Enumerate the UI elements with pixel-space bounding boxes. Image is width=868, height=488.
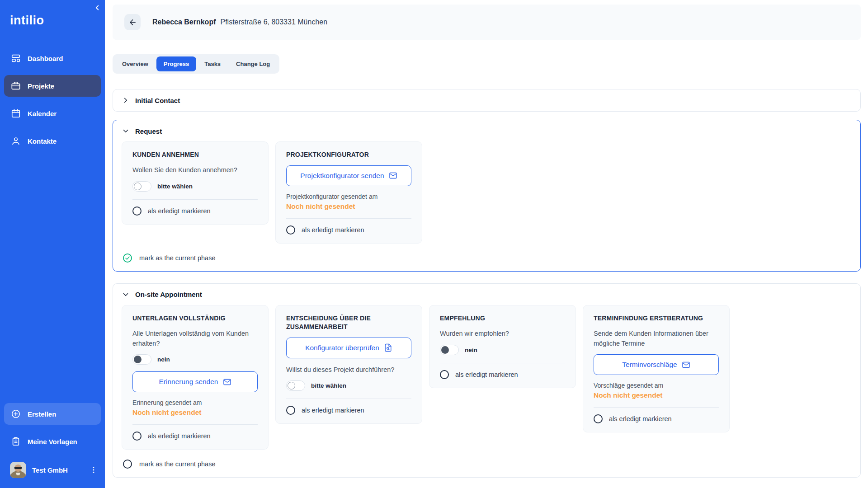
toggle-switch[interactable]	[132, 354, 151, 365]
radio-circle-icon	[132, 206, 142, 216]
user-icon	[11, 136, 21, 146]
toggle-knob	[441, 346, 449, 354]
sent-status: Noch nicht gesendet	[594, 391, 719, 399]
arrow-left-icon	[128, 18, 137, 27]
sent-at-label: Projektkonfigurator gesendet am	[286, 193, 411, 200]
sidebar-nav: Dashboard Projekte Kalender Kontakte	[0, 47, 105, 158]
divider	[132, 424, 258, 425]
toggle-label: nein	[465, 347, 477, 353]
chevron-down-icon	[122, 127, 130, 135]
kebab-menu-icon[interactable]	[90, 465, 98, 475]
plus-circle-icon	[11, 409, 21, 419]
tab-bar: Overview Progress Tasks Change Log	[113, 54, 279, 74]
create-button-label: Erstellen	[28, 410, 56, 418]
card-projektkonfigurator: PROJEKTKONFIGURATOR Projektkonfigurator …	[275, 141, 422, 244]
tab-change-log[interactable]: Change Log	[229, 56, 277, 71]
divider	[132, 199, 258, 200]
mark-done-checkbox[interactable]: als erledigt markieren	[132, 206, 258, 216]
main-content: Rebecca Bernkopf Pfisterstraße 6, 803331…	[105, 0, 868, 488]
clipboard-icon	[11, 436, 21, 446]
mark-current-phase-request[interactable]: mark as the current phase	[122, 253, 852, 264]
phase-onsite-appointment: On-site Appointment UNTERLAGEN VOLLSTÄND…	[113, 283, 861, 478]
create-button[interactable]: Erstellen	[4, 403, 101, 425]
done-label: als erledigt markieren	[302, 226, 364, 234]
card-title: KUNDEN ANNEHMEN	[132, 150, 258, 159]
radio-circle-icon	[123, 460, 132, 469]
button-label: Erinnerung senden	[159, 378, 218, 386]
sidebar-collapse-button[interactable]	[93, 4, 101, 12]
sidebar-item-dashboard[interactable]: Dashboard	[4, 47, 101, 69]
mark-current-label: mark as the current phase	[139, 254, 215, 262]
mail-icon	[223, 378, 231, 386]
phase-onsite-header[interactable]: On-site Appointment	[122, 291, 852, 299]
mail-icon	[682, 361, 690, 369]
card-title: PROJEKTKONFIGURATOR	[286, 150, 411, 159]
card-description: Sende dem Kunden Informationen über mögl…	[594, 329, 719, 349]
divider	[440, 363, 565, 363]
card-title: UNTERLAGEN VOLLSTÄNDIG	[132, 314, 258, 323]
card-question: Wurden wir empfohlen?	[440, 329, 565, 339]
calendar-icon	[11, 108, 21, 118]
sent-at-label: Vorschläge gesendet am	[594, 382, 719, 389]
sidebar-spacer	[0, 158, 105, 403]
sidebar-item-meine-vorlagen[interactable]: Meine Vorlagen	[4, 431, 101, 452]
card-title: ENTSCHEIDUNG ÜBER DIE ZUSAMMENARBEIT	[286, 314, 411, 331]
done-label: als erledigt markieren	[609, 415, 672, 422]
sent-status: Noch nicht gesendet	[132, 408, 258, 417]
mark-done-checkbox[interactable]: als erledigt markieren	[440, 370, 565, 379]
toggle-knob	[288, 382, 295, 389]
sidebar-item-label: Projekte	[28, 82, 54, 90]
sidebar-item-kalender[interactable]: Kalender	[4, 103, 101, 124]
done-label: als erledigt markieren	[148, 207, 211, 215]
toggle-switch[interactable]	[440, 345, 459, 355]
mark-done-checkbox[interactable]: als erledigt markieren	[286, 225, 411, 235]
radio-circle-icon	[286, 406, 295, 415]
sidebar-item-projekte[interactable]: Projekte	[4, 75, 101, 97]
account-row[interactable]: Test GmbH	[0, 458, 105, 488]
card-question: Wollen Sie den Kunden annehmen?	[132, 165, 258, 175]
mark-current-phase-onsite[interactable]: mark as the current phase	[122, 459, 852, 470]
check-circle-icon	[123, 253, 132, 263]
chevron-left-icon	[93, 4, 101, 12]
divider	[286, 218, 411, 219]
tab-tasks[interactable]: Tasks	[197, 56, 228, 71]
card-unterlagen-vollstaendig: UNTERLAGEN VOLLSTÄNDIG Alle Unterlagen v…	[122, 305, 269, 450]
card-title: TERMINFINDUNG ERSTBERATUNG	[594, 314, 719, 323]
radio-circle-icon	[440, 370, 449, 379]
phase-title: Initial Contact	[135, 97, 180, 104]
done-label: als erledigt markieren	[302, 407, 364, 414]
button-label: Projektkonfigurator senden	[300, 172, 384, 180]
card-title: EMPFEHLUNG	[440, 314, 565, 323]
sent-at-label: Erinnerung gesendet am	[132, 399, 258, 406]
phase-title: Request	[135, 127, 162, 135]
mark-done-checkbox[interactable]: als erledigt markieren	[132, 432, 258, 441]
terminvorschlaege-button[interactable]: Terminvorschläge	[594, 354, 719, 375]
send-erinnerung-button[interactable]: Erinnerung senden	[132, 371, 258, 392]
tab-overview[interactable]: Overview	[115, 56, 156, 71]
phase-request: Request KUNDEN ANNEHMEN Wollen Sie den K…	[113, 120, 861, 272]
back-button[interactable]	[124, 14, 141, 30]
done-label: als erledigt markieren	[455, 371, 518, 378]
mark-done-checkbox[interactable]: als erledigt markieren	[286, 406, 411, 415]
sidebar-item-kontakte[interactable]: Kontakte	[4, 130, 101, 152]
send-projektkonfigurator-button[interactable]: Projektkonfigurator senden	[286, 165, 411, 186]
toggle-switch[interactable]	[132, 181, 151, 192]
toggle-switch[interactable]	[286, 380, 305, 391]
avatar	[10, 462, 26, 478]
file-search-icon	[384, 343, 392, 352]
app-logo: intilio	[0, 0, 105, 28]
mark-done-checkbox[interactable]: als erledigt markieren	[594, 414, 719, 423]
sidebar-item-label: Kontakte	[28, 137, 57, 145]
card-kunden-annehmen: KUNDEN ANNEHMEN Wollen Sie den Kunden an…	[122, 141, 269, 225]
toggle-label: nein	[157, 356, 170, 363]
phase-request-cards: KUNDEN ANNEHMEN Wollen Sie den Kunden an…	[122, 141, 852, 244]
toggle-knob	[134, 356, 142, 363]
radio-circle-icon	[594, 414, 603, 423]
tab-progress[interactable]: Progress	[156, 56, 196, 71]
client-name: Rebecca Bernkopf	[152, 18, 216, 26]
sidebar-item-label: Meine Vorlagen	[28, 438, 77, 446]
konfigurator-ueberpruefen-button[interactable]: Konfigurator überprüfen	[286, 338, 411, 358]
phase-request-header[interactable]: Request	[122, 127, 852, 135]
phase-initial-contact-header[interactable]: Initial Contact	[122, 96, 852, 104]
phase-initial-contact: Initial Contact	[113, 89, 861, 112]
